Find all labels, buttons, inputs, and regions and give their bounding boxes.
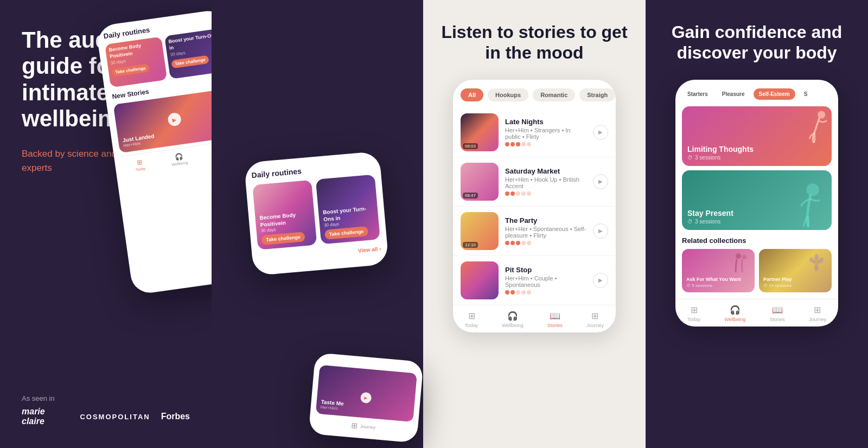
related-card-partner[interactable]: Partner Play ⏱ 14 sessions [759,249,832,292]
collection-limiting-thoughts[interactable]: Limiting Thoughts ⏱ 3 sessions [682,106,832,166]
tab-pleasure[interactable]: Pleasure [717,88,750,100]
teal-figure [799,181,826,230]
nav-today-se[interactable]: ⊞ Today [687,305,700,322]
heat-dot [527,191,531,196]
view-all-link[interactable]: View all › [358,245,381,253]
taste-play-btn[interactable]: ▶ [360,392,372,404]
story-title-1: Late Nights [505,118,586,126]
nav-wellbeing[interactable]: 🎧 Wellbeing [502,311,523,328]
nav-wellbeing-label: Wellbeing [171,161,188,167]
nav-wellbeing-se[interactable]: 🎧 Wellbeing [724,305,745,322]
category-tabs: Starters Pleasure Self-Esteem S [675,88,838,106]
nav-today[interactable]: ⊞ Today [465,311,478,328]
card2-btn[interactable]: Take challenge [171,55,209,68]
coll-title-1: Limiting Thoughts [687,145,754,153]
heat-dot [521,290,526,295]
related-card-ask[interactable]: Ask For What You Want ⏱ 5 sessions [682,249,755,292]
bottom-nav-self: ⊞ Today 🎧 Wellbeing 📖 Stories ⊞ Journey [675,299,838,327]
panel-intro: The audio guide for your intimate wellbe… [0,0,212,448]
nav-journey-label-se: Journey [809,317,826,322]
heat-dot [505,191,509,196]
journey-icon: ⊞ [351,421,358,430]
bottom-nav-stories: ⊞ Today 🎧 Wellbeing 📖 Stories ⊞ Journey [453,305,616,332]
wellbeing-icon-se: 🎧 [730,305,741,315]
nav-journey-label: Journey [586,323,604,328]
dancer-figure [805,109,829,147]
svg-point-1 [806,183,819,196]
filter-hookups[interactable]: Hookups [488,88,528,101]
heat-dot [527,241,531,245]
tab-starters[interactable]: Starters [682,88,713,100]
challenge1-btn[interactable]: Take challenge [261,232,305,245]
nav-stories-se[interactable]: 📖 Stories [770,305,785,322]
related-title-2: Partner Play [763,277,792,283]
heat-dot [516,142,520,146]
story-meta-2: Her+Him • Hook Up • British Accent [505,176,586,189]
stories-tagline: Listen to stories to get in the mood [439,22,629,63]
tab-selfesteem[interactable]: Self-Esteem [754,88,795,100]
nav-journey-se[interactable]: ⊞ Journey [809,305,826,322]
story-time-2: 08:47 [463,193,478,199]
heat-dot [521,142,526,146]
phone-stories: All Hookups Romantic Straigh 08:03 Late … [453,80,616,332]
nav-wellbeing[interactable]: 🎧 Wellbeing [170,152,189,167]
story-meta-3: Her+Her • Spontaneous • Self-pleasure • … [505,226,586,239]
today-icon: ⊞ [468,311,475,321]
story-info-4: Pit Stop Her+Him • Couple • Spontaneous [505,266,586,295]
thumb-saturday: 08:47 [461,163,499,201]
forbes-logo: Forbes [161,412,190,421]
heat-dot [510,241,515,245]
as-seen-label: As seen in [22,394,190,402]
heat-dot [521,241,526,245]
nav-today-label-se: Today [687,317,700,322]
story-title-2: Saturday Market [505,167,586,175]
daily-card-1: Become Body Positivein 30 days Take chal… [105,37,167,88]
thumb-pitstop [461,261,499,299]
play-btn-2[interactable]: ▶ [593,174,608,189]
collection-stay-present[interactable]: Stay Present ⏱ 3 sessions [682,170,832,230]
tab-more[interactable]: S [799,88,813,100]
phone-mockup-2b: ▶ Taste Me Her+Him ⊞ Journey [309,353,424,443]
as-seen-in: As seen in marie claire COSMOPOLITAN For… [22,394,190,426]
taste-me-card: ▶ Taste Me Her+Him [316,365,417,422]
journey-icon: ⊞ [591,311,598,321]
nav-stories-label: Stories [547,323,563,328]
heat-dot [510,191,515,196]
challenge2-btn[interactable]: Take challenge [324,226,368,239]
heat-dot [516,241,520,245]
filter-all[interactable]: All [461,88,483,101]
play-btn-3[interactable]: ▶ [593,223,608,239]
related-sessions-2: ⏱ 14 sessions [763,283,792,288]
filter-romantic[interactable]: Romantic [533,88,575,101]
story-item-saturday: 08:47 Saturday Market Her+Him • Hook Up … [453,157,616,207]
card1-btn[interactable]: Take challenge [112,64,150,77]
thumb-late-nights: 08:03 [461,113,499,151]
heat-dot [505,142,509,146]
play-btn-4[interactable]: ▶ [593,273,608,288]
heat-dot [527,142,531,146]
heat-dot [505,290,509,295]
nav-stories[interactable]: 📖 Stories [547,311,563,328]
heat-dot [521,191,526,196]
story-time-3: 12:10 [463,242,478,248]
clock-icon: ⏱ [687,155,693,161]
story-heat-1 [505,142,586,146]
challenge-cards: Become Body Positivein 30 days Take chal… [252,174,380,249]
heat-dot [516,191,520,196]
filter-straight[interactable]: Straigh [579,88,615,101]
nav-journey[interactable]: ⊞ Journey [586,311,604,328]
challenge-card-turnons: Boost your Turn-Ons in 30 days Take chal… [316,174,380,244]
phone-mockup-2: Daily routines Become Body Positivein 30… [244,151,389,276]
thumb-party: 12:10 [461,212,499,250]
panel-selfesteem: Gain confidence and discover your body S… [646,0,868,448]
story-item-late-nights: 08:03 Late Nights Her+Him • Strangers • … [453,108,616,157]
play-button[interactable]: ▶ [167,112,182,127]
today-icon-se: ⊞ [691,305,698,315]
story-info-3: The Party Her+Her • Spontaneous • Self-p… [505,216,586,245]
story-info-2: Saturday Market Her+Him • Hook Up • Brit… [505,167,586,196]
story-heat-4 [505,290,586,295]
heat-dot [510,290,515,295]
journey-icon-se: ⊞ [814,305,821,315]
nav-today[interactable]: ⊞ Today [134,158,146,171]
play-btn-1[interactable]: ▶ [593,125,608,140]
